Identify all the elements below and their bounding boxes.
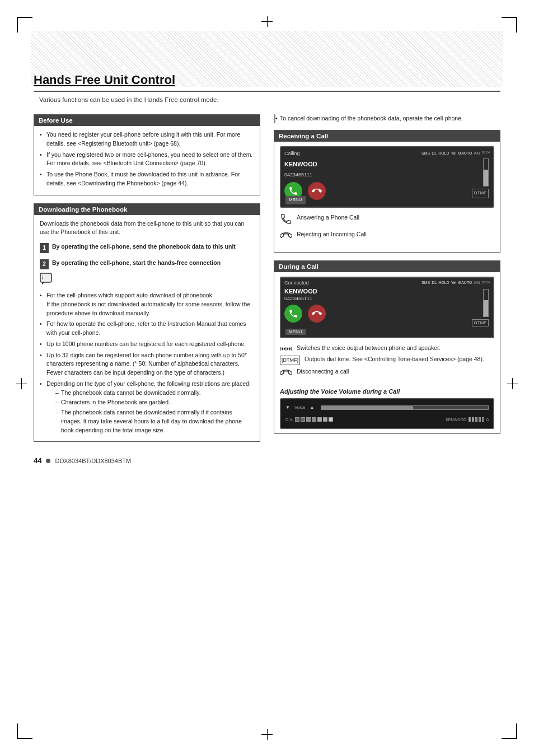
vol-seg-r2 [472,417,474,422]
receiving-screen: Calling SMS DL HOLD Yel ⚙AUTO AM 10:24 [280,146,494,208]
during-screen-right-panel: DTMF [472,289,489,326]
voice-vol-title: Adjusting the Voice Volume during a Call [280,388,494,395]
during-legend-2: [DTMF] Outputs dial tone. See <Controlli… [280,355,494,365]
vol-seg-r5 [482,417,484,422]
step-2-num: 2 [40,259,49,269]
left-column: Before Use You need to register your cel… [34,114,260,465]
vol-segments [295,417,441,422]
note-bullet-3: For how to operate the cell-phone, refer… [40,320,254,338]
during-menu-label: MENU [285,329,306,335]
before-use-item-3: To use the Phone Book, it must be downlo… [40,170,254,188]
vol-num: 0 [486,418,489,422]
page-title: Hands Free Unit Control [34,73,500,92]
dash-item-2: Characters in the Phonebook are garbled. [55,398,254,407]
during-screen-buttons [284,305,490,323]
during-call-header: During a Call [274,261,500,272]
vol-adjust-row: ▼ Voice ▲ [285,405,489,410]
vol-label: Voice [294,405,306,410]
disconnect-text: Disconnecting a call [297,367,349,376]
vol-seg-6 [323,417,327,422]
during-screen-top-bar: Connected SMS DL HOLD Yel ⚙AUTO AM 10:24 [284,280,490,286]
reject-icon [280,230,292,245]
reject-text: Rejecting an Incoming Call [297,230,367,239]
receiving-call-section: Receiving a Call Calling SMS DL HOLD Yel… [274,130,500,253]
dash-item-1: The phonebook data cannot be downloaded … [55,389,254,398]
vol-brand-name: KENWOOD [446,418,466,422]
during-call-section: During a Call Connected SMS DL HOLD Yel … [274,260,500,434]
note-area: i [40,274,254,287]
during-screen: Connected SMS DL HOLD Yel ⚙AUTO AM 10:24 [280,277,494,338]
step-2-text: By operating the cell-phone, start the h… [52,259,221,267]
during-legend-3: Disconnecting a call [280,367,494,382]
vol-slider-track [321,405,489,410]
step-1-text: By operating the cell-phone, send the ph… [52,242,236,251]
call-status: Calling [284,150,300,157]
vol-seg-4 [312,417,316,422]
note-bullet-1: For the cell-phones which support auto-d… [40,291,254,318]
during-status-icons: SMS DL HOLD Yel ⚙AUTO AM 10:24 [421,281,490,285]
vol-seg-r1 [469,417,471,422]
right-column: To cancel downloading of the phonebook d… [274,114,500,465]
screen-top-bar: Calling SMS DL HOLD Yel ⚙AUTO AM 10:24 [284,150,490,157]
phonebook-notes-list: For the cell-phones which support auto-d… [40,291,254,435]
before-use-header: Before Use [34,115,260,126]
dash-item-3: The phonebook data cannot be downloaded … [55,408,254,435]
dtmf-label: DTMF [472,189,489,198]
downloading-phonebook-section: Downloading the Phonebook Downloads the … [34,203,260,442]
contact-name: KENWOOD [284,160,490,170]
before-use-section: Before Use You need to register your cel… [34,114,260,195]
page-footer: 44 DDX8034BT/DDX8034BTM [34,453,260,465]
before-use-item-2: If you have registered two or more cell-… [40,151,254,169]
reject-button-icon [308,182,326,200]
page-subtitle: Various functions can be used in the Han… [39,96,500,103]
note-icon: i [40,273,52,287]
svg-text:i: i [42,275,44,281]
dtmf-text: Outputs dial tone. See <Controlling Tone… [305,355,484,363]
step-1-num: 1 [40,243,49,253]
during-call-status: Connected [284,280,309,286]
two-column-layout: Before Use You need to register your cel… [34,114,500,465]
before-use-item-1: You need to register your cell-phone bef… [40,130,254,148]
note-bullet-6: Depending on the type of your cell-phone… [40,380,254,435]
vol-brand-label: O.V. [285,418,293,422]
during-accept-icon [284,305,302,323]
during-reject-icon [308,305,326,323]
screen-buttons [284,182,490,200]
cancel-note: To cancel downloading of the phonebook d… [274,114,500,123]
menu-label: MENU [285,196,306,204]
vol-seg-r4 [479,417,481,422]
before-use-list: You need to register your cell-phone bef… [40,130,254,188]
vol-segs-right [469,417,484,422]
note-bullet-5: Up to 32 digits can be registered for ea… [40,351,254,377]
before-use-body: You need to register your cell-phone bef… [34,126,260,195]
vol-seg-1 [295,417,299,422]
vol-seg-7 [329,417,333,422]
switch-voice-icon: ⏮⏭ [280,344,292,353]
corner-mark-bl [17,724,32,739]
page-model: DDX8034BT/DDX8034BTM [55,458,131,464]
receiving-call-header: Receiving a Call [274,130,500,142]
vol-brand-row: O.V. KENWOOD [285,417,489,422]
screen-right-panel: DTMF [472,158,489,198]
vol-seg-3 [306,417,311,422]
downloading-phonebook-header: Downloading the Phonebook [34,204,260,215]
page-dot [46,459,50,463]
legend-item-1: Answering a Phone Call [280,213,494,228]
corner-mark-br [502,724,517,739]
status-icons: SMS DL HOLD Yel ⚙AUTO AM 10:24 [421,150,490,156]
answer-text: Answering a Phone Call [297,213,359,222]
vol-seg-5 [317,417,322,422]
volume-bar [483,158,489,186]
downloading-phonebook-body: Downloads the phonebook data from the ce… [34,215,260,442]
disconnect-icon [280,367,292,382]
vol-down-label: ▼ [285,405,290,410]
volume-fill [484,170,488,186]
step-2: 2 By operating the cell-phone, start the… [40,259,254,269]
phonebook-intro: Downloads the phonebook data from the ce… [40,220,254,237]
note-bullet-4: Up to 1000 phone numbers can be register… [40,340,254,349]
during-call-body: Connected SMS DL HOLD Yel ⚙AUTO AM 10:24 [274,272,500,433]
receiving-call-body: Calling SMS DL HOLD Yel ⚙AUTO AM 10:24 [274,142,500,252]
during-volume-bar [483,289,489,317]
vol-slider-fill [321,406,413,409]
during-contact-number: 0423465111 [284,296,490,301]
